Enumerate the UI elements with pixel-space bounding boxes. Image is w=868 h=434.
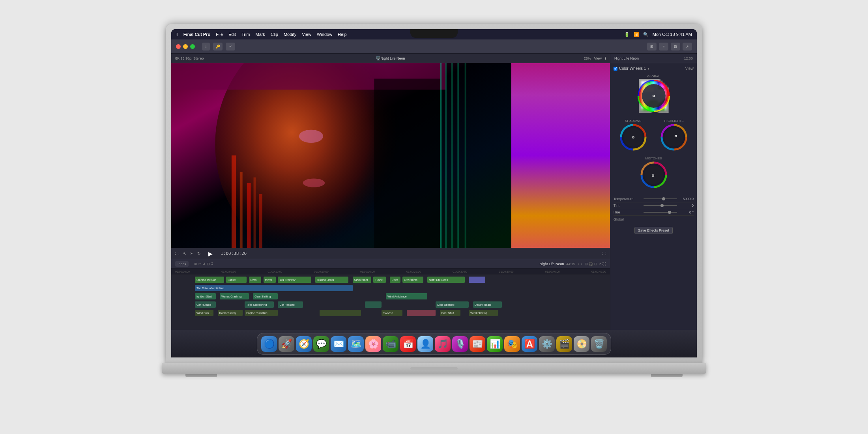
dock-icon-safari[interactable]: 🧭 [296,336,312,352]
done-button[interactable]: ✓ [226,43,235,51]
view-dropdown[interactable]: View [685,66,694,71]
menu-trim[interactable]: Trim [241,32,250,37]
chevron-down-icon[interactable]: ▾ [647,66,649,71]
import-button[interactable]: ↓ [202,43,210,51]
hue-thumb[interactable] [668,211,671,214]
dock-icon-finalcutpro[interactable]: 🎬 [556,336,572,352]
dock-icon-podcasts[interactable]: 🎙️ [452,336,468,352]
dock-icon-trash[interactable]: 🗑️ [591,336,607,352]
list-item[interactable]: Night Life Neon [427,277,465,283]
list-item[interactable]: Sunset [226,277,247,283]
nav-next-icon[interactable]: › [581,262,582,266]
color-wheels-checkbox[interactable] [614,67,617,71]
list-item[interactable]: Car Passing [278,301,303,308]
menu-window[interactable]: Window [317,32,332,37]
list-item[interactable]: Door Shut [440,310,461,316]
dock-icon-messages[interactable]: 💬 [313,336,329,352]
transform-icon[interactable]: ↻ [197,251,200,256]
dock-icon-music[interactable]: 🎵 [435,336,451,352]
dock-icon-contacts[interactable]: 👤 [417,336,433,352]
dock-icon-mail[interactable]: ✉️ [331,336,346,352]
dock-icon-photos[interactable]: 🌸 [365,336,381,352]
list-item[interactable]: Tires Screeching [245,301,274,308]
apple-logo[interactable]:  [176,32,178,37]
dock-icon-finder[interactable]: 🔵 [261,336,277,352]
menu-clip[interactable]: Clip [271,32,278,37]
ruler-mark-9: 01:00:45:00 [591,270,606,273]
midtones-wheel[interactable] [640,161,668,190]
list-item[interactable]: Tunnel [373,277,386,283]
list-item[interactable]: The Drive of a Lifetime [195,285,353,291]
highlights-wheel[interactable] [660,123,688,153]
list-item[interactable]: Eyes [249,277,262,283]
list-item[interactable]: Trailing Lights [315,277,348,283]
list-item[interactable]: Radio Tuning [218,310,243,316]
grid-view-btn[interactable]: ⊞ [647,43,657,51]
dock-icon-launchpad[interactable]: 🚀 [279,336,294,352]
list-item[interactable] [407,310,436,316]
list-item[interactable]: Mirror [264,277,276,283]
close-button[interactable] [176,44,181,49]
blade-icon[interactable]: ✂ [190,251,193,256]
dock-icon-calendar[interactable]: 📅 [400,336,416,352]
nav-prev-icon[interactable]: ‹ [578,262,579,266]
list-item[interactable] [365,301,382,308]
tool-select-icon[interactable]: ↖ [183,251,186,256]
list-item[interactable]: City Nights [402,277,423,283]
list-item[interactable]: Wind Blowing [469,310,498,316]
zoom-level[interactable]: 28% [584,56,591,60]
list-item[interactable]: Wind Swoosh [195,310,213,316]
menu-edit[interactable]: Edit [228,32,236,37]
global-wheel[interactable] [637,79,671,114]
fullscreen-button[interactable] [190,44,195,49]
tint-thumb[interactable] [660,204,664,207]
menu-mark[interactable]: Mark [256,32,265,37]
index-button[interactable]: Index [175,261,189,267]
app-name[interactable]: Final Cut Pro [183,32,210,37]
menu-modify[interactable]: Modify [284,32,296,37]
dock-icon-facetime[interactable]: 📹 [383,336,398,352]
view-button[interactable]: View [594,56,602,60]
list-item[interactable]: Ignition Start [195,293,216,299]
list-item[interactable] [469,277,485,283]
list-item[interactable]: Skyscraper [353,277,371,283]
dock-icon-keynote[interactable]: 🎭 [504,336,520,352]
list-item[interactable]: Door Opening [436,301,469,308]
list-item[interactable]: Starting the Car [195,277,224,283]
dock-icon-numbers[interactable]: 📊 [487,336,503,352]
list-item[interactable]: Distant Radio [473,301,502,308]
save-preset-button[interactable]: Save Effects Preset [634,227,673,234]
list-item[interactable]: Gear Shifting [253,293,278,299]
list-item[interactable]: 101 Freeway [278,277,311,283]
dock-icon-dvd[interactable]: 📀 [574,336,589,352]
share-btn[interactable]: ↗ [683,43,692,51]
list-item[interactable]: Car Rumble [195,301,216,308]
search-icon[interactable]: 🔍 [643,32,649,37]
dock-icon-appstore[interactable]: 🅰️ [522,336,537,352]
detail-view-btn[interactable]: ⊟ [671,43,680,51]
list-item[interactable]: Swoosh [382,310,402,316]
play-icon[interactable]: ▶ [208,251,213,257]
list-item[interactable] [320,310,361,316]
svg-rect-16 [374,79,440,248]
list-item[interactable]: Waves Crashing [220,293,249,299]
settings-icon[interactable]: ⛶ [602,251,606,256]
shadows-wheel[interactable] [619,123,647,153]
list-item[interactable]: Wind Ambiance [386,293,427,299]
dock-icon-settings[interactable]: ⚙️ [539,336,555,352]
temperature-slider[interactable] [644,198,677,199]
menu-help[interactable]: Help [338,32,347,37]
key-button[interactable]: 🔑 [213,43,223,51]
menu-view[interactable]: View [302,32,311,37]
dock-icon-maps[interactable]: 🗺️ [348,336,364,352]
tint-slider[interactable] [644,205,677,206]
temperature-thumb[interactable] [662,197,665,200]
minimize-button[interactable] [183,44,188,49]
list-item[interactable]: Drive [390,277,400,283]
dock-icon-news[interactable]: 📰 [470,336,485,352]
list-view-btn[interactable]: ≡ [659,43,668,51]
hue-slider[interactable] [644,212,677,213]
fullscreen-toggle-icon[interactable]: ⛶ [175,251,179,256]
list-item[interactable]: Engine Rumbling [245,310,278,316]
menu-file[interactable]: File [216,32,223,37]
